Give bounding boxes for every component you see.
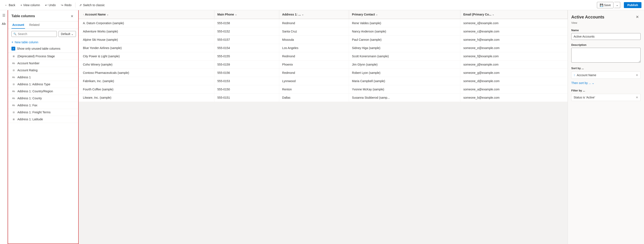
table-row[interactable]: Blue Yonder Airlines (sample)555-0154Los…: [79, 44, 568, 52]
grid-wrapper[interactable]: ↑Account Name⌄Main Phone⌄Address 1: ...⌄…: [79, 10, 568, 244]
sort-asc-icon: ↑: [83, 13, 84, 16]
undo-icon: ↩: [45, 4, 48, 7]
table-row[interactable]: Litware, Inc. (sample)555-0151DallasSusa…: [79, 94, 568, 102]
th-label: Main Phone: [217, 13, 234, 16]
text-icon: Ab: [12, 76, 16, 79]
default-dropdown[interactable]: Default ⌄: [58, 31, 76, 37]
column-item-label: Address 1: Latitude: [18, 118, 43, 121]
text-icon: Ab: [12, 104, 16, 107]
back-button[interactable]: ← Back: [2, 3, 18, 8]
rp-name-label: Name: [571, 29, 640, 32]
chevron-down-icon: ⌄: [492, 13, 494, 16]
column-item-label: Address 1: Address Type: [18, 83, 50, 86]
save-dropdown-button[interactable]: ⌄: [614, 2, 620, 8]
cell-email: someone_g@example.com: [460, 69, 568, 77]
th-inner: Email (Primary Co...⌄: [463, 13, 564, 16]
cell-contact: Susanna Stubberod (samp...: [349, 94, 460, 102]
right-panel-close-button[interactable]: ✕: [634, 14, 640, 20]
view-column-button[interactable]: + View column: [18, 3, 42, 8]
cell-phone: 555-0157: [214, 36, 279, 44]
separator: [75, 3, 76, 8]
list-item[interactable]: Ab Address 1: [8, 74, 78, 81]
cell-email: someone_b@example.com: [460, 94, 568, 102]
grid-header-cell[interactable]: Address 1: ...⌄: [279, 10, 349, 19]
tab-related[interactable]: Related: [28, 22, 40, 29]
grid-header-cell[interactable]: Main Phone⌄: [214, 10, 279, 19]
cell-phone: 555-0152: [214, 27, 279, 36]
dropdown-chevron-icon: ⌄: [71, 32, 74, 36]
cell-phone: 555-0158: [214, 19, 279, 27]
sort-row-left: ↑ Account Name: [574, 73, 596, 77]
th-inner: Primary Contact⌄: [352, 13, 457, 16]
cell-contact: Rene Valdes (sample): [349, 19, 460, 27]
list-item[interactable]: ⊞ (Deprecated) Process Stage: [8, 53, 78, 60]
table-row[interactable]: Coho Winery (sample)555-0159PhoenixJim G…: [79, 61, 568, 69]
cell-address: Renton: [279, 85, 349, 94]
list-item[interactable]: Ab Address 1: County: [8, 95, 78, 102]
grid-header-cell[interactable]: Primary Contact⌄: [349, 10, 460, 19]
cell-phone: 555-0154: [214, 44, 279, 52]
column-item-label: Address 1: Fax: [18, 104, 37, 107]
save-button[interactable]: 💾 Save: [597, 2, 614, 8]
filter-clear-button[interactable]: ✕: [636, 96, 638, 99]
switch-classic-button[interactable]: ⇗ Switch to classic: [77, 3, 107, 8]
grid-icon: ⊞: [12, 55, 16, 58]
list-item[interactable]: Ab Address 1: Fax: [8, 102, 78, 109]
redo-button[interactable]: ↪ Redo: [59, 3, 74, 8]
grid-table: ↑Account Name⌄Main Phone⌄Address 1: ...⌄…: [79, 10, 568, 102]
grid-header-cell[interactable]: Email (Primary Co...⌄: [460, 10, 568, 19]
table-row[interactable]: Adventure Works (sample)555-0152Santa Cr…: [79, 27, 568, 36]
rp-name-input[interactable]: [571, 33, 640, 40]
list-item[interactable]: ⊞ Address 1: Latitude: [8, 116, 78, 123]
unused-columns-checkbox[interactable]: [12, 47, 15, 51]
cell-email: someone_d@example.com: [460, 77, 568, 85]
text-icon: Ab: [12, 97, 16, 100]
tab-account[interactable]: Account: [12, 22, 25, 29]
table-columns-panel: Table columns ✕ Account Related 🔍 Defaul…: [8, 10, 79, 244]
search-input[interactable]: [18, 32, 55, 36]
table-row[interactable]: A. Datum Corporation (sample)555-0158Red…: [79, 19, 568, 27]
cell-email: someone_i@example.com: [460, 19, 568, 27]
publish-button[interactable]: Publish: [624, 2, 642, 8]
cell-phone: 555-0151: [214, 94, 279, 102]
th-label: Account Name: [85, 13, 106, 16]
main-layout: ☰ Ab Table columns ✕ Account Related 🔍 D…: [0, 10, 644, 244]
menu-icon-button[interactable]: ☰: [0, 12, 7, 19]
checkbox-row[interactable]: Show only unused table columns: [8, 45, 78, 53]
table-row[interactable]: Contoso Pharmaceuticals (sample)555-0156…: [79, 69, 568, 77]
table-row[interactable]: Fourth Coffee (sample)555-0150RentonYvon…: [79, 85, 568, 94]
column-item-label: (Deprecated) Process Stage: [18, 55, 55, 58]
list-item[interactable]: Ab Address 1: Country/Region: [8, 88, 78, 95]
grid-tbody: A. Datum Corporation (sample)555-0158Red…: [79, 19, 568, 102]
cell-phone: 555-0156: [214, 69, 279, 77]
cell-contact: Sidney Higa (sample): [349, 44, 460, 52]
cell-email: someone_f@example.com: [460, 52, 568, 61]
cell-address: Redmond: [279, 69, 349, 77]
sort-clear-button[interactable]: ✕: [636, 73, 638, 77]
cell-address: Lynnwood: [279, 77, 349, 85]
cell-contact: Jim Glynn (sample): [349, 61, 460, 69]
table-row[interactable]: Fabrikam, Inc. (sample)555-0153LynnwoodM…: [79, 77, 568, 85]
grid-thead: ↑Account Name⌄Main Phone⌄Address 1: ...⌄…: [79, 10, 568, 19]
new-column-button[interactable]: + New table column: [8, 39, 78, 45]
cell-account: Litware, Inc. (sample): [79, 94, 214, 102]
cell-phone: 555-0153: [214, 77, 279, 85]
grid-header-cell[interactable]: ↑Account Name⌄: [79, 10, 214, 19]
right-panel-title: Active Accounts: [571, 15, 604, 20]
undo-button[interactable]: ↩ Undo: [43, 3, 58, 8]
text-icon-button[interactable]: Ab: [0, 20, 7, 27]
table-row[interactable]: City Power & Light (sample)555-0155Redmo…: [79, 52, 568, 61]
rp-description-textarea[interactable]: [571, 48, 640, 63]
option-icon: ⊟: [12, 69, 16, 72]
cell-email: someone_h@example.com: [460, 36, 568, 44]
toolbar: ← Back + View column ↩ Undo ↪ Redo ⇗ Swi…: [0, 0, 644, 10]
list-item[interactable]: ⊟ Address 1: Address Type: [8, 81, 78, 88]
panel-close-button[interactable]: ✕: [69, 13, 75, 19]
chevron-down-icon: ⌄: [376, 13, 378, 16]
table-row[interactable]: Alpine Ski House (sample)555-0157Missoul…: [79, 36, 568, 44]
then-sort-button[interactable]: Then sort by ... ⌄: [571, 80, 594, 86]
list-item[interactable]: ⊟ Address 1: Freight Terms: [8, 109, 78, 116]
column-item-label: Address 1: [18, 76, 31, 79]
list-item[interactable]: ⊟ Account Rating: [8, 67, 78, 74]
list-item[interactable]: Ab Account Number: [8, 60, 78, 67]
